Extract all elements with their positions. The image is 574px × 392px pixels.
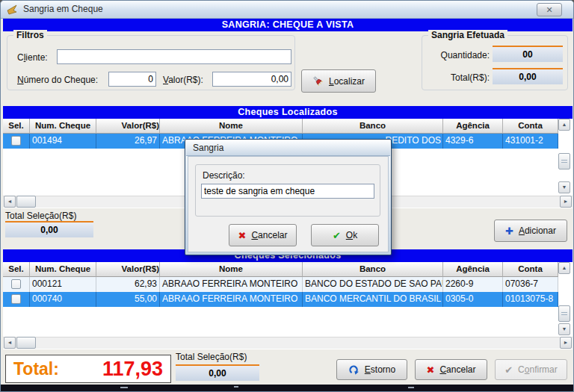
row-select-cell [3, 277, 30, 292]
undo-arrow-icon [348, 364, 359, 376]
descricao-group: Descrição: [195, 164, 380, 217]
total-selecao-label: Total Seleção(R$) [5, 211, 76, 221]
modal-ok-label: Ok [346, 230, 357, 240]
horizontal-scrollbar-thumb[interactable] [16, 196, 36, 208]
filtros-legend: Filtros [13, 30, 47, 40]
scroll-right-icon[interactable]: ► [560, 337, 572, 349]
selecionados-table: Sel. Num. Cheque Valor(R$) Nome Banco Ag… [3, 262, 573, 349]
modal-cancelar-label: Cancelar [251, 230, 287, 240]
confirmar-button-label: Confirmar [518, 364, 558, 375]
cell-num-cheque: 000121 [30, 277, 96, 292]
row-checkbox[interactable] [11, 294, 21, 304]
cell-nome: ABRAAO FERREIRA MONTEIRO [160, 277, 303, 292]
sangria-em-cheque-window: Sangria em Cheque ✕ SANGRIA: CHEQUE A VI… [0, 0, 574, 392]
column-header-conta: Conta [503, 119, 558, 134]
numero-cheque-input[interactable] [108, 72, 156, 87]
column-header-valor: Valor(R$) [96, 262, 160, 277]
descricao-label: Descrição: [203, 170, 245, 181]
scroll-up-icon[interactable]: ▲ [558, 119, 570, 131]
scroll-down-icon[interactable]: ▼ [558, 323, 570, 335]
sangria-modal: Sangria Descrição: ✖ Cancelar ✔ Ok [185, 139, 392, 255]
adicionar-button-label: Adicionar [519, 225, 556, 236]
valor-input[interactable] [212, 72, 291, 87]
vertical-scrollbar-thumb[interactable] [558, 153, 570, 169]
cancel-x-icon: ✖ [238, 230, 247, 241]
scroll-up-icon[interactable]: ▲ [558, 262, 570, 274]
total-rs-label: Total(R$): [428, 72, 490, 83]
row-checkbox[interactable] [11, 279, 21, 289]
cell-agencia: 0305-0 [443, 292, 503, 307]
total-selecao-field: 0,00 [5, 221, 93, 237]
close-icon[interactable]: ✕ [537, 3, 562, 16]
scroll-right-icon[interactable]: ► [560, 196, 572, 208]
localizados-banner: Cheques Localizados [3, 106, 573, 119]
modal-ok-button[interactable]: ✔ Ok [311, 224, 379, 246]
check-icon: ✔ [333, 230, 341, 241]
cliente-label: Cliente: [17, 52, 48, 63]
cell-num-cheque: 000740 [30, 292, 96, 307]
cell-conta: 01013075-8 [503, 292, 558, 307]
cell-agencia: 4329-6 [443, 134, 503, 149]
cell-conta: 07036-7 [503, 277, 558, 292]
thumb-grip [561, 312, 567, 317]
selecionados-header-row: Sel. Num. Cheque Valor(R$) Nome Banco Ag… [3, 262, 558, 277]
total-rs-field: 0,00 [493, 68, 563, 84]
cancelar-button[interactable]: ✖ Cancelar [415, 359, 487, 380]
column-header-agencia: Agência [443, 119, 503, 134]
thumb-grip [561, 160, 567, 164]
column-header-valor: Valor(R$) [96, 119, 160, 134]
grand-total-value: 117,93 [102, 358, 163, 381]
column-header-conta: Conta [503, 262, 558, 277]
adicionar-button[interactable]: ✚ Adicionar [494, 220, 567, 242]
cancelar-button-label: Cancelar [439, 364, 475, 375]
window-titlebar[interactable]: Sangria em Cheque ✕ [1, 1, 574, 19]
cell-valor: 62,93 [96, 277, 160, 292]
scroll-left-icon[interactable]: ◄ [4, 196, 16, 208]
total-selecao-field: 0,00 [176, 364, 259, 381]
total-selecao-label: Total Seleção(R$) [176, 352, 247, 362]
quantidade-label: Quantidade: [428, 50, 490, 60]
cell-conta: 431001-2 [503, 134, 558, 149]
localizados-header-row: Sel. Num. Cheque Valor(R$) Nome Banco Ag… [3, 119, 558, 134]
scroll-left-icon[interactable]: ◄ [4, 337, 16, 349]
column-header-num: Num. Cheque [30, 119, 96, 134]
row-checkbox[interactable] [11, 136, 21, 146]
estorno-button-label: Estorno [365, 364, 395, 375]
estorno-button[interactable]: Estorno [336, 359, 407, 380]
table-row[interactable]: 000121 62,93 ABRAAO FERREIRA MONTEIRO BA… [3, 277, 558, 292]
sangria-modal-titlebar[interactable]: Sangria [186, 140, 390, 156]
cell-num-cheque: 001494 [30, 134, 96, 149]
confirmar-button[interactable]: ✔ Confirmar [495, 359, 567, 380]
column-header-sel: Sel. [3, 262, 30, 277]
grand-total-box: Total: 117,93 [5, 355, 171, 383]
cell-nome: ABRAAO FERREIRA MONTEIRO [160, 292, 303, 307]
descricao-input[interactable] [201, 184, 374, 199]
cell-agencia: 2260-9 [443, 277, 503, 292]
sangria-efetuada-group: Sangria Efetuada Quantidade: 00 Total(R$… [422, 35, 568, 90]
column-header-nome: Nome [160, 262, 303, 277]
quantidade-field: 00 [493, 46, 563, 62]
vertical-scrollbar-thumb[interactable] [558, 305, 570, 322]
modal-cancelar-button[interactable]: ✖ Cancelar [229, 224, 297, 246]
check-icon: ✔ [504, 364, 513, 376]
sangria-modal-body: Descrição: ✖ Cancelar ✔ Ok [188, 156, 389, 252]
cancel-x-icon: ✖ [427, 364, 435, 376]
cell-banco: BANCO DO ESTADO DE SAO PAUL [303, 277, 443, 292]
row-select-cell [3, 134, 30, 149]
table-row[interactable]: 000740 55,00 ABRAAO FERREIRA MONTEIRO BA… [3, 292, 558, 307]
column-header-banco: Banco [303, 119, 443, 134]
numero-cheque-label: Número do Cheque: [17, 75, 98, 85]
column-header-banco: Banco [303, 262, 443, 277]
cliente-input[interactable] [57, 49, 291, 64]
localizar-button-label: Localizar [329, 76, 365, 87]
horizontal-scrollbar-thumb[interactable] [16, 337, 36, 349]
sangria-efetuada-legend: Sangria Efetuada [428, 30, 507, 40]
bottom-edge-strip [1, 385, 574, 392]
cell-banco: BANCO MERCANTIL DO BRASIL S [303, 292, 443, 307]
localizar-button[interactable]: Localizar [301, 69, 376, 93]
window-icon [7, 4, 19, 16]
column-header-agencia: Agência [443, 262, 503, 277]
scroll-down-icon[interactable]: ▼ [558, 181, 570, 193]
row-select-cell [3, 292, 30, 307]
horizontal-scrollbar[interactable] [3, 337, 573, 349]
